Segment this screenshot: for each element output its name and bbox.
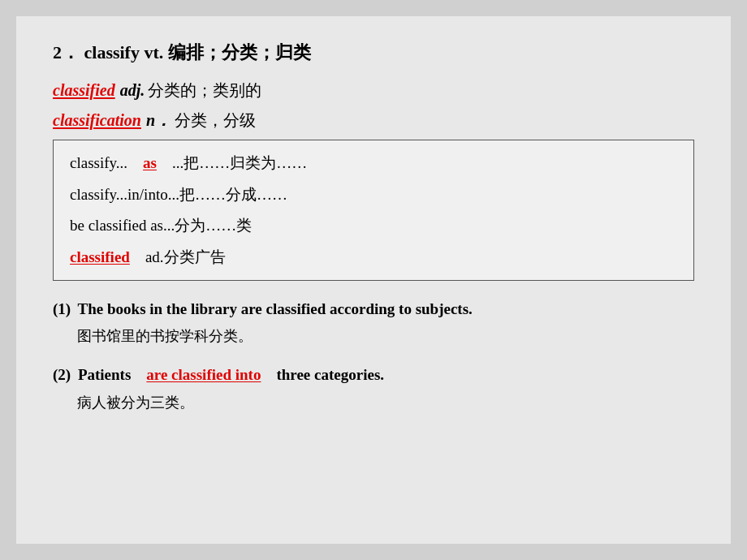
phrase1-suffix: ...把……归类为……: [157, 154, 307, 171]
main-entry: 2． classify vt. 编排；分类；归类: [53, 41, 694, 65]
entry-pos: vt.: [144, 42, 163, 62]
sub1-pos: adj.: [120, 81, 145, 100]
phrase-line-1: classify... as ...把……归类为……: [70, 152, 677, 175]
sub2-pos: n．: [146, 110, 171, 131]
entry-word: classify: [84, 42, 140, 62]
phrase-line-2: classify...in/into...把……分成……: [70, 183, 677, 207]
sub-entry-classified: classified adj. 分类的；类别的: [53, 80, 694, 101]
phrase1-highlight: as: [143, 154, 157, 171]
example-2-cn: 病人被分为三类。: [77, 391, 694, 415]
phrase-line-3: be classified as...分为……类: [70, 214, 677, 238]
phrase4-highlight: classified: [70, 248, 130, 265]
example-1-en: (1) The books in the library are classif…: [53, 297, 694, 321]
entry-number: 2．: [53, 42, 80, 62]
entry-meaning: 编排；分类；归类: [168, 42, 311, 62]
example-1: (1) The books in the library are classif…: [53, 297, 694, 348]
example-2: (2) Patients are classified into three c…: [53, 363, 694, 414]
example-2-suffix: three categories.: [261, 366, 384, 383]
sub2-meaning: 分类，分级: [175, 110, 256, 131]
slide: 2． classify vt. 编排；分类；归类 classified adj.…: [16, 16, 731, 544]
phrases-box: classify... as ...把……归类为…… classify...in…: [53, 140, 694, 281]
example-2-en: (2) Patients are classified into three c…: [53, 363, 694, 387]
phrase4-suffix: ad.分类广告: [130, 248, 226, 265]
sub1-meaning: 分类的；类别的: [148, 80, 261, 101]
example-2-number: (2): [53, 366, 71, 383]
sub1-word: classified: [53, 81, 115, 100]
example-1-cn: 图书馆里的书按学科分类。: [77, 325, 694, 348]
sub-entry-classification: classification n． 分类，分级: [53, 110, 694, 131]
phrase3-text: be classified as...分为……类: [70, 217, 252, 234]
example-1-number: (1): [53, 300, 71, 317]
phrase-line-4: classified ad.分类广告: [70, 246, 677, 269]
example-2-prefix: Patients: [78, 366, 146, 383]
phrase2-text: classify...in/into...把……分成……: [70, 186, 287, 203]
phrase1-prefix: classify...: [70, 154, 143, 171]
example-2-highlight: are classified into: [146, 366, 261, 383]
sub2-word: classification: [53, 111, 141, 130]
example-1-en-text: The books in the library are classified …: [78, 300, 473, 317]
